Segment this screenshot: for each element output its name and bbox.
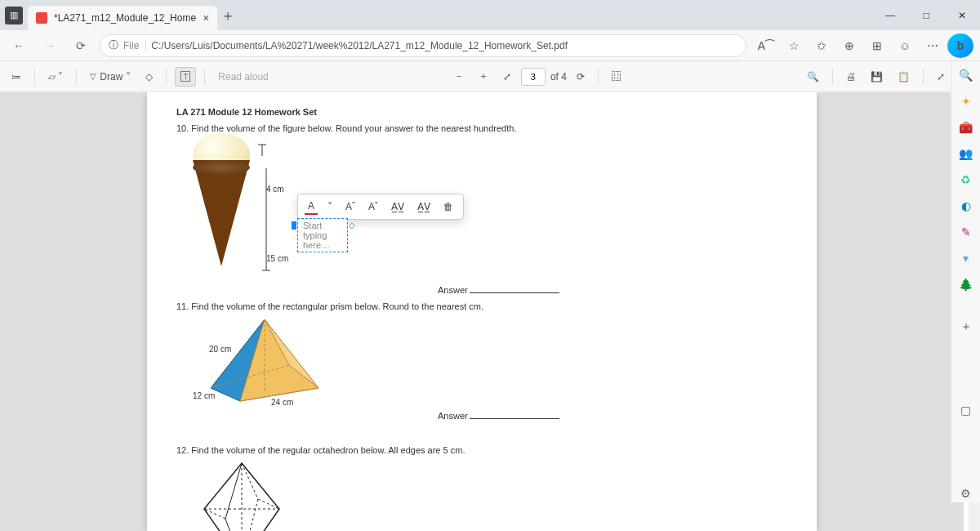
pdf-icon [36, 12, 47, 24]
favorites-sidebar-icon[interactable]: ✦ [957, 92, 975, 110]
pdf-viewport: LA 271 Module 12 Homework Set 10. Find t… [0, 92, 964, 531]
star-icon[interactable]: ☆ [781, 33, 807, 58]
figure-pyramid: 20 cm 12 cm 24 cm [193, 316, 340, 406]
answer-11: Answer [438, 411, 787, 421]
search-sidebar-icon[interactable]: 🔍 [957, 66, 975, 84]
settings-sidebar-icon[interactable]: ⚙ [957, 484, 975, 502]
question-12: 12. Find the volume of the regular octah… [176, 445, 787, 455]
extensions-icon[interactable]: ⊞ [864, 33, 890, 58]
print-button[interactable]: 🖨 [841, 68, 861, 86]
question-10: 10. Find the volume of the figure below.… [176, 123, 787, 133]
pdf-toolbar: ≔ ▱ ˅ Draw ˅ ◇ 🅃 Read aloud － ＋ ⤢ of 4 ⟳… [0, 61, 980, 92]
spacing-increase-button[interactable]: A̲V̲ [388, 199, 408, 214]
copilot-icon[interactable]: b [947, 33, 973, 58]
fullscreen-button[interactable]: ⤢ [932, 68, 950, 86]
refresh-sidebar-icon[interactable]: ♻ [957, 171, 975, 189]
save-as-button[interactable]: 📋 [893, 68, 915, 86]
svg-line-17 [258, 499, 279, 509]
tab-close-icon[interactable]: × [203, 11, 209, 25]
svg-line-14 [225, 519, 242, 531]
svg-line-13 [225, 463, 242, 519]
erase-button[interactable]: ◇ [140, 68, 158, 86]
doc-heading: LA 271 Module 12 Homework Set [176, 107, 787, 117]
search-button[interactable]: 🔍 [802, 68, 824, 86]
favorites-icon[interactable]: ✩ [808, 33, 835, 58]
figure-cone: 4 cm 15 cm A ˅ Aˆ Aˇ A̲V̲ A̲V̲ 🗑 Start t… [185, 140, 348, 279]
address-bar[interactable]: ⓘ File C:/Users/Luis/Documents/LA%20271/… [100, 34, 746, 57]
read-aloud-button[interactable]: Read aloud [213, 68, 273, 86]
font-color-dropdown[interactable]: ˅ [324, 199, 336, 214]
browser-tab[interactable]: *LA271_m12_Module_12_Home × [28, 6, 217, 30]
toolbox-sidebar-icon[interactable]: 🧰 [957, 118, 975, 136]
window-close-button[interactable]: ✕ [944, 0, 980, 30]
question-11: 11. Find the volume of the rectangular p… [176, 301, 787, 311]
dim-24cm: 24 cm [271, 398, 293, 407]
text-input-box[interactable]: Start typing here… [297, 218, 348, 252]
save-button[interactable]: 💾 [866, 68, 888, 86]
edit-sidebar-icon[interactable]: ✎ [957, 223, 975, 241]
text-format-toolbar: A ˅ Aˆ Aˇ A̲V̲ A̲V̲ 🗑 [297, 194, 464, 220]
figure-octahedron [193, 460, 291, 531]
font-color-button[interactable]: A [305, 199, 318, 215]
answer-10: Answer [438, 285, 787, 295]
window-maximize-button[interactable]: □ [908, 0, 944, 30]
highlight-button[interactable]: ▱ ˅ [43, 68, 68, 86]
file-scheme-label: File [123, 40, 146, 51]
url-text: C:/Users/Luis/Documents/LA%20271/week%20… [151, 40, 568, 51]
delete-textbox-button[interactable]: 🗑 [440, 199, 457, 214]
text-box-button[interactable]: 🅃 [175, 67, 196, 87]
back-button[interactable]: ← [7, 33, 31, 58]
collections-icon[interactable]: ⊕ [836, 33, 862, 58]
window-menu-icon[interactable]: ▥ [5, 7, 23, 25]
read-aloud-icon[interactable]: A⁀ [753, 33, 779, 58]
outlook-sidebar-icon[interactable]: ◐ [957, 197, 975, 215]
font-decrease-button[interactable]: Aˇ [365, 199, 381, 214]
zoom-out-button[interactable]: － [449, 66, 469, 87]
new-tab-button[interactable]: ＋ [217, 6, 238, 25]
more-icon[interactable]: ⋯ [920, 33, 946, 58]
font-increase-button[interactable]: Aˆ [342, 199, 359, 214]
page-number-input[interactable] [521, 68, 546, 86]
browser-titlebar: ▥ *LA271_m12_Module_12_Home × ＋ — □ ✕ [0, 0, 980, 30]
dim-20cm: 20 cm [209, 345, 231, 354]
profile-icon[interactable]: ☺ [892, 33, 918, 58]
dim-4cm: 4 cm [266, 185, 284, 194]
spacing-decrease-button[interactable]: A̲V̲ [414, 199, 434, 214]
collapse-sidebar-icon[interactable]: ▢ [957, 401, 975, 419]
dim-12cm: 12 cm [193, 391, 215, 400]
address-bar-row: ← → ⟳ ⓘ File C:/Users/Luis/Documents/LA%… [0, 30, 980, 61]
page-view-button[interactable]: ⿶ [607, 68, 626, 86]
drop-sidebar-icon[interactable]: ▾ [957, 249, 975, 267]
tree-sidebar-icon[interactable]: 🌲 [957, 275, 975, 293]
contents-button[interactable]: ≔ [7, 68, 26, 86]
zoom-in-button[interactable]: ＋ [474, 66, 493, 87]
window-minimize-button[interactable]: — [872, 0, 908, 30]
people-sidebar-icon[interactable]: 👥 [957, 145, 975, 163]
page-total: of 4 [550, 71, 567, 83]
rotate-button[interactable]: ⟳ [572, 68, 590, 86]
tab-title: *LA271_m12_Module_12_Home [54, 12, 196, 24]
svg-line-18 [242, 499, 258, 531]
svg-line-16 [242, 463, 258, 499]
edge-sidebar: 🔍 ✦ 🧰 👥 ♻ ◐ ✎ ▾ 🌲 ＋ ▢ ⚙ [951, 61, 980, 502]
add-sidebar-icon[interactable]: ＋ [957, 318, 975, 336]
pdf-page: LA 271 Module 12 Homework Set 10. Find t… [147, 92, 817, 531]
draw-button[interactable]: Draw ˅ [85, 68, 136, 86]
info-icon[interactable]: ⓘ [109, 38, 118, 52]
dim-15cm: 15 cm [266, 254, 288, 263]
refresh-button[interactable]: ⟳ [69, 33, 93, 58]
fit-button[interactable]: ⤢ [498, 68, 516, 86]
forward-button[interactable]: → [38, 33, 62, 58]
